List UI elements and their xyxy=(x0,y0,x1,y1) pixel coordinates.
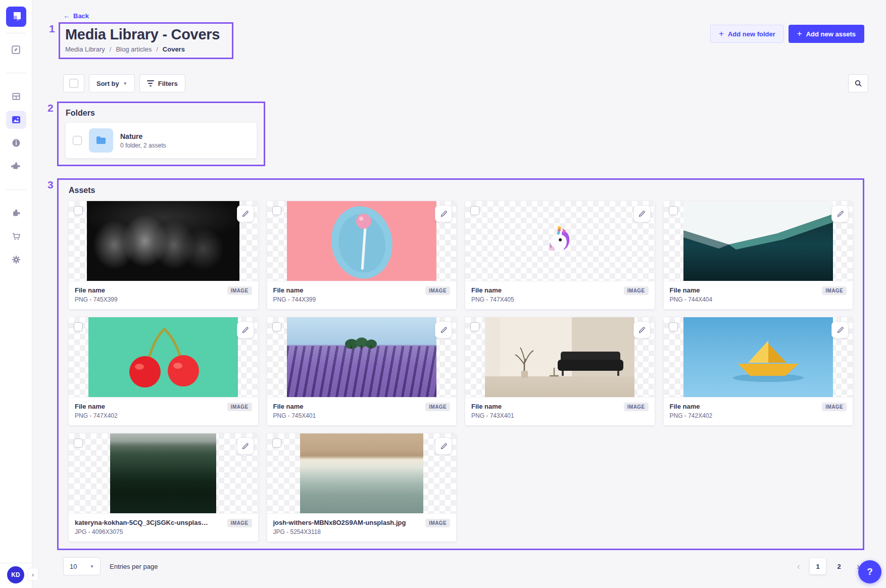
asset-card[interactable]: File name PNG - 745X399 IMAGE xyxy=(69,201,258,309)
asset-file-meta: PNG - 745X401 xyxy=(273,412,316,419)
asset-file-name: File name xyxy=(273,403,316,410)
asset-card[interactable]: File name PNG - 743X401 IMAGE xyxy=(465,317,655,425)
asset-checkbox[interactable] xyxy=(272,322,281,331)
breadcrumb-separator: / xyxy=(110,45,112,53)
breadcrumb-item: Covers xyxy=(163,45,185,53)
marketplace-icon[interactable] xyxy=(6,204,26,222)
asset-checkbox[interactable] xyxy=(74,322,83,331)
pencil-icon xyxy=(638,326,646,334)
asset-thumbnail xyxy=(465,201,655,281)
asset-card[interactable]: File name PNG - 744X404 IMAGE xyxy=(664,201,853,309)
annotation-number-1: 1 xyxy=(49,23,55,35)
edit-asset-button[interactable] xyxy=(237,321,254,338)
edit-asset-button[interactable] xyxy=(435,437,452,455)
breadcrumb-separator: / xyxy=(156,45,158,53)
back-link[interactable]: ← Back xyxy=(63,12,89,20)
breadcrumb-item[interactable]: Blog articles xyxy=(116,45,152,53)
edit-asset-button[interactable] xyxy=(237,205,254,222)
asset-thumbnail xyxy=(267,317,457,397)
asset-file-name: kateryna-kokhan-5CQ_3CjSGKc-unsplash.jpg xyxy=(75,519,210,526)
annotation-number-3: 3 xyxy=(47,179,54,191)
asset-checkbox[interactable] xyxy=(272,206,281,215)
help-button[interactable]: ? xyxy=(858,560,881,583)
entries-per-page-value: 10 xyxy=(70,563,77,570)
asset-file-meta: PNG - 742X402 xyxy=(670,412,713,419)
asset-file-meta: PNG - 747X402 xyxy=(75,412,118,419)
folder-checkbox[interactable] xyxy=(73,136,82,145)
previous-page-icon[interactable]: ‹ xyxy=(793,561,805,572)
edit-asset-button[interactable] xyxy=(435,321,452,338)
filters-button[interactable]: Filters xyxy=(139,74,185,92)
asset-type-badge: IMAGE xyxy=(425,403,450,411)
asset-type-badge: IMAGE xyxy=(624,286,649,295)
plus-icon: + xyxy=(719,29,724,38)
filter-icon xyxy=(147,80,154,86)
edit-asset-button[interactable] xyxy=(831,205,849,222)
content-manager-icon[interactable] xyxy=(6,40,26,59)
media-library-icon[interactable] xyxy=(6,111,26,129)
page-number-1[interactable]: 1 xyxy=(810,558,826,574)
search-icon xyxy=(854,79,862,87)
chevron-down-icon: ▼ xyxy=(123,81,127,86)
asset-card[interactable]: File name PNG - 742X402 IMAGE xyxy=(664,317,853,425)
asset-file-name: File name xyxy=(670,286,713,294)
asset-checkbox[interactable] xyxy=(272,438,281,448)
folder-card[interactable]: Nature 0 folder, 2 assets xyxy=(66,123,257,158)
folder-name: Nature xyxy=(120,132,166,140)
asset-file-meta: PNG - 745X399 xyxy=(75,296,118,303)
annotation-box-3: 3 Assets File name PNG - 745X399 IMAGE xyxy=(57,178,864,550)
add-new-assets-button[interactable]: + Add new assets xyxy=(789,25,864,43)
plugin-icon[interactable] xyxy=(6,157,26,175)
breadcrumb-item[interactable]: Media Library xyxy=(65,45,105,53)
edit-asset-button[interactable] xyxy=(435,205,452,222)
asset-checkbox[interactable] xyxy=(470,322,479,331)
asset-checkbox[interactable] xyxy=(74,438,83,448)
edit-asset-button[interactable] xyxy=(633,321,651,338)
asset-file-name: File name xyxy=(670,403,713,410)
breadcrumb: Media Library/Blog articles/Covers xyxy=(65,45,227,53)
add-new-folder-label: Add new folder xyxy=(728,30,775,38)
avatar[interactable]: KD xyxy=(7,566,24,583)
purchase-icon[interactable] xyxy=(6,227,26,246)
edit-asset-button[interactable] xyxy=(831,321,849,338)
sidebar-expand-button[interactable]: › xyxy=(27,568,38,581)
asset-file-name: File name xyxy=(273,286,316,294)
asset-file-meta: PNG - 744X399 xyxy=(273,296,316,303)
add-new-assets-label: Add new assets xyxy=(806,30,856,38)
annotation-number-2: 2 xyxy=(47,102,54,114)
asset-card[interactable]: File name PNG - 744X399 IMAGE xyxy=(267,201,457,309)
strapi-logo[interactable] xyxy=(6,7,26,27)
select-all-checkbox[interactable] xyxy=(69,79,78,88)
search-button[interactable] xyxy=(848,74,868,92)
chevron-down-icon: ▼ xyxy=(90,564,94,569)
select-all-checkbox-button[interactable] xyxy=(63,74,84,92)
back-label: Back xyxy=(73,12,89,20)
content-type-builder-icon[interactable] xyxy=(6,87,26,106)
asset-card[interactable]: File name PNG - 747X405 IMAGE xyxy=(465,201,655,309)
asset-type-badge: IMAGE xyxy=(822,403,847,411)
edit-asset-button[interactable] xyxy=(237,437,254,455)
unicorn-image xyxy=(465,201,655,281)
annotation-box-1: 1 Media Library - Covers Media Library/B… xyxy=(59,22,233,59)
edit-asset-button[interactable] xyxy=(633,205,651,222)
settings-icon[interactable] xyxy=(6,251,26,269)
asset-card[interactable]: File name PNG - 747X402 IMAGE xyxy=(69,317,258,425)
asset-checkbox[interactable] xyxy=(470,206,479,215)
asset-checkbox[interactable] xyxy=(669,206,678,215)
asset-checkbox[interactable] xyxy=(669,322,678,331)
sidebar-divider xyxy=(6,189,26,190)
sort-by-button[interactable]: Sort by ▼ xyxy=(89,74,135,92)
asset-checkbox[interactable] xyxy=(74,206,83,215)
entries-per-page-select[interactable]: 10 ▼ xyxy=(63,557,101,575)
asset-type-badge: IMAGE xyxy=(425,286,450,295)
add-new-folder-button[interactable]: + Add new folder xyxy=(710,25,784,43)
asset-card[interactable]: kateryna-kokhan-5CQ_3CjSGKc-unsplash.jpg… xyxy=(69,433,258,542)
asset-card[interactable]: josh-withers-MBNx8O2S9AM-unsplash.jpg JP… xyxy=(267,433,457,542)
asset-card[interactable]: File name PNG - 745X401 IMAGE xyxy=(267,317,457,425)
page-number-2[interactable]: 2 xyxy=(831,558,847,574)
pencil-icon xyxy=(241,326,249,334)
asset-file-name: josh-withers-MBNx8O2S9AM-unsplash.jpg xyxy=(273,519,406,526)
toolbar: Sort by ▼ Filters xyxy=(63,74,868,92)
documentation-icon[interactable] xyxy=(6,134,26,152)
pencil-icon xyxy=(241,210,249,218)
